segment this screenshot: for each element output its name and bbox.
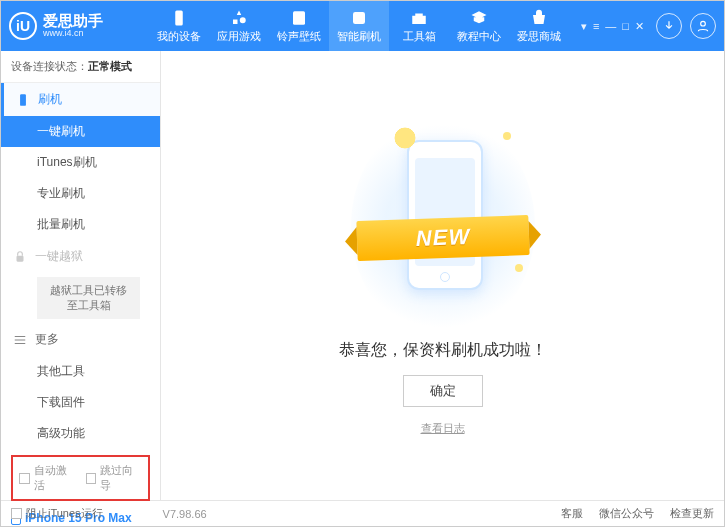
graduation-icon (470, 9, 488, 27)
download-button[interactable] (656, 13, 682, 39)
footer-link-wechat[interactable]: 微信公众号 (599, 506, 654, 521)
section-label: 更多 (35, 331, 59, 348)
lock-icon (13, 250, 27, 264)
minimize-icon[interactable]: — (605, 20, 616, 33)
jailbreak-note: 越狱工具已转移至工具箱 (37, 277, 140, 319)
view-log-link[interactable]: 查看日志 (421, 421, 465, 436)
music-icon (290, 9, 308, 27)
phone-icon (16, 93, 30, 107)
close-icon[interactable]: ✕ (635, 20, 644, 33)
new-ribbon: NEW (356, 215, 529, 261)
success-illustration: NEW (363, 126, 523, 326)
user-button[interactable] (690, 13, 716, 39)
app-logo: iU 爱思助手 www.i4.cn (9, 12, 149, 40)
svg-rect-0 (175, 10, 183, 25)
nav-label: 爱思商城 (517, 29, 561, 44)
sidebar-item-other[interactable]: 其他工具 (1, 356, 160, 387)
sidebar-item-advanced[interactable]: 高级功能 (1, 418, 160, 449)
svg-rect-5 (17, 255, 24, 261)
footer-link-update[interactable]: 检查更新 (670, 506, 714, 521)
svg-rect-2 (353, 12, 365, 24)
phone-icon (170, 9, 188, 27)
nav-my-device[interactable]: 我的设备 (149, 1, 209, 51)
checkbox-label: 跳过向导 (100, 463, 142, 493)
title-controls: ▾ ≡ — □ ✕ (581, 13, 716, 39)
nav-label: 智能刷机 (337, 29, 381, 44)
sidebar: 设备连接状态：正常模式 刷机 一键刷机 iTunes刷机 专业刷机 批量刷机 一… (1, 51, 161, 500)
connection-status: 设备连接状态：正常模式 (1, 51, 160, 83)
block-itunes-checkbox[interactable]: 阻止iTunes运行 (11, 506, 103, 521)
maximize-icon[interactable]: □ (622, 20, 629, 33)
nav-tutorials[interactable]: 教程中心 (449, 1, 509, 51)
sidebar-item-oneclick[interactable]: 一键刷机 (1, 116, 160, 147)
brand-name: 爱思助手 (43, 13, 103, 30)
sidebar-item-pro[interactable]: 专业刷机 (1, 178, 160, 209)
nav-flash[interactable]: 智能刷机 (329, 1, 389, 51)
list-icon (13, 333, 27, 347)
auto-activate-checkbox[interactable]: 自动激活 (19, 463, 76, 493)
nav-store[interactable]: 爱思商城 (509, 1, 569, 51)
top-nav: 我的设备 应用游戏 铃声壁纸 智能刷机 工具箱 教程中心 爱思商城 (149, 1, 581, 51)
nav-label: 铃声壁纸 (277, 29, 321, 44)
status-label: 设备连接状态： (11, 60, 88, 72)
menu-icon[interactable]: ≡ (593, 20, 599, 33)
section-label: 一键越狱 (35, 248, 83, 265)
section-label: 刷机 (38, 91, 62, 108)
footer-link-support[interactable]: 客服 (561, 506, 583, 521)
checkbox-label: 自动激活 (34, 463, 76, 493)
nav-label: 我的设备 (157, 29, 201, 44)
status-value: 正常模式 (88, 60, 132, 72)
toolbox-icon (410, 9, 428, 27)
nav-label: 教程中心 (457, 29, 501, 44)
sidebar-item-itunes[interactable]: iTunes刷机 (1, 147, 160, 178)
options-row: 自动激活 跳过向导 (11, 455, 150, 501)
nav-label: 应用游戏 (217, 29, 261, 44)
section-more[interactable]: 更多 (1, 323, 160, 356)
main-content: NEW 恭喜您，保资料刷机成功啦！ 确定 查看日志 (161, 51, 724, 500)
success-message: 恭喜您，保资料刷机成功啦！ (339, 340, 547, 361)
section-flash[interactable]: 刷机 (1, 83, 160, 116)
dropdown-icon[interactable]: ▾ (581, 20, 587, 33)
nav-ringtones[interactable]: 铃声壁纸 (269, 1, 329, 51)
svg-point-3 (701, 21, 706, 26)
skip-guide-checkbox[interactable]: 跳过向导 (86, 463, 143, 493)
svg-rect-4 (20, 94, 26, 106)
apps-icon (230, 9, 248, 27)
version-text: V7.98.66 (163, 508, 207, 520)
titlebar: iU 爱思助手 www.i4.cn 我的设备 应用游戏 铃声壁纸 智能刷机 工具… (1, 1, 724, 51)
nav-label: 工具箱 (403, 29, 436, 44)
svg-rect-1 (293, 11, 305, 25)
ok-button[interactable]: 确定 (403, 375, 483, 407)
checkbox-label: 阻止iTunes运行 (26, 506, 103, 521)
store-icon (530, 9, 548, 27)
logo-icon: iU (9, 12, 37, 40)
sidebar-item-batch[interactable]: 批量刷机 (1, 209, 160, 240)
nav-toolbox[interactable]: 工具箱 (389, 1, 449, 51)
nav-apps[interactable]: 应用游戏 (209, 1, 269, 51)
ribbon-text: NEW (415, 224, 470, 252)
flash-icon (350, 9, 368, 27)
sidebar-item-firmware[interactable]: 下载固件 (1, 387, 160, 418)
section-jailbreak: 一键越狱 (1, 240, 160, 273)
brand-url: www.i4.cn (43, 29, 103, 39)
window-controls: ▾ ≡ — □ ✕ (581, 20, 644, 33)
